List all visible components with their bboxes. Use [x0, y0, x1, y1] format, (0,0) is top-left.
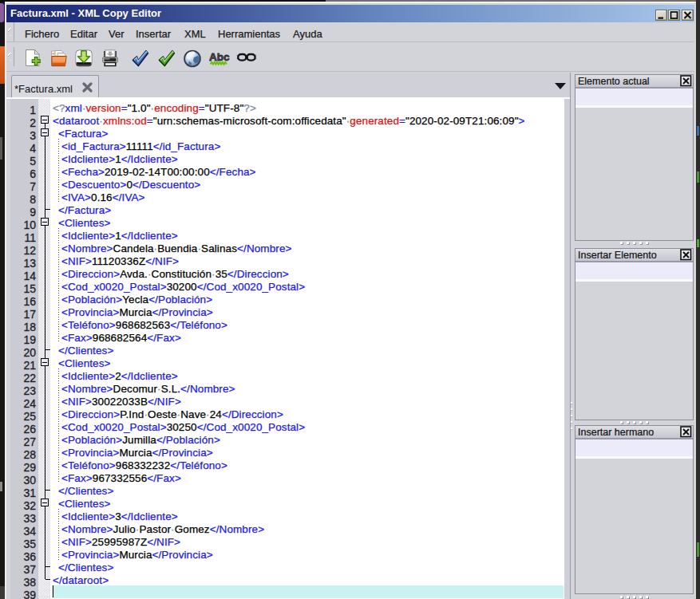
- svg-text:Abc: Abc: [209, 51, 230, 63]
